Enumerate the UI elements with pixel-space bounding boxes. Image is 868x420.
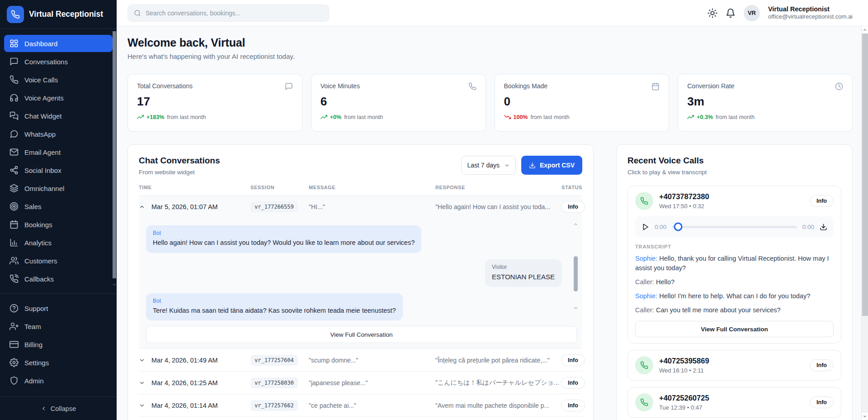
sidebar-item-voice-calls[interactable]: Voice Calls <box>4 71 113 88</box>
info-button[interactable]: Info <box>561 354 585 366</box>
sender-label: Visitor <box>492 264 555 270</box>
bell-icon[interactable] <box>726 8 736 18</box>
chevron-down-icon[interactable] <box>139 380 145 386</box>
sidebar-item-omnichannel[interactable]: Omnichannel <box>4 180 113 197</box>
sidebar-item-settings[interactable]: Settings <box>4 354 113 371</box>
voice-call-card[interactable]: +40725260725 Tue 12:39 • 0:47 Info <box>627 387 841 418</box>
view-full-conversation-button[interactable]: View Full Conversation <box>635 321 834 337</box>
info-button[interactable]: Info <box>810 359 834 371</box>
conversation-scrollbar-thumb[interactable] <box>574 256 578 291</box>
player-seek-knob[interactable] <box>674 223 683 231</box>
sidebar-item-bookings[interactable]: Bookings <box>4 216 113 233</box>
column-message: MESSAGE <box>309 185 435 190</box>
info-button[interactable]: Info <box>561 400 585 411</box>
download-icon[interactable] <box>820 223 827 231</box>
theme-toggle-sun-icon[interactable] <box>708 8 717 18</box>
sidebar-item-chat-widget[interactable]: Chat Widget <box>4 107 113 124</box>
headphones-icon <box>9 93 19 102</box>
avatar[interactable]: VR <box>744 5 760 21</box>
sidebar-item-email-agent[interactable]: Email Agent <box>4 143 113 161</box>
user-email: office@virtualreceptionist.com.ai <box>768 13 853 20</box>
sidebar-item-customers[interactable]: Customers <box>4 252 113 269</box>
sidebar-item-billing[interactable]: Billing <box>4 336 113 353</box>
sidebar-item-label: Analytics <box>24 239 52 247</box>
chevron-up-icon[interactable] <box>573 222 579 227</box>
chevron-left-icon <box>41 406 47 411</box>
sidebar-item-conversations[interactable]: Conversations <box>4 53 113 70</box>
page-scrollbar[interactable] <box>861 26 868 420</box>
sidebar-item-label: Admin <box>24 377 44 385</box>
sidebar-item-dashboard[interactable]: Dashboard <box>4 35 113 52</box>
info-button[interactable]: Info <box>561 377 585 389</box>
sidebar-scrollbar-thumb[interactable] <box>113 31 116 278</box>
row-response: "こんにちは！私はバーチャルレセプショ... <box>435 379 561 387</box>
sidebar-item-admin[interactable]: Admin <box>4 372 113 389</box>
message-text: ESTONIAN PLEASE <box>492 272 555 282</box>
user-plus-icon <box>9 322 19 331</box>
app-logo <box>7 6 24 23</box>
export-csv-button[interactable]: Export CSV <box>521 156 582 175</box>
sidebar-item-sales[interactable]: Sales <box>4 198 113 215</box>
search-input[interactable] <box>146 10 323 17</box>
transcript-label: TRANSCRIPT <box>635 244 834 249</box>
scroll-up-arrow-icon[interactable] <box>862 26 868 33</box>
play-icon[interactable] <box>642 223 649 231</box>
chevron-up-icon[interactable] <box>139 204 145 210</box>
chevron-down-icon[interactable] <box>573 305 579 310</box>
brand-title: Virtual Receptionist <box>29 10 103 19</box>
sidebar-item-voice-agents[interactable]: Voice Agents <box>4 89 113 106</box>
sidebar-item-team[interactable]: Team <box>4 318 113 335</box>
mail-icon <box>9 148 19 157</box>
view-full-conversation-button[interactable]: View Full Conversation <box>146 326 577 343</box>
chevron-down-icon[interactable] <box>139 357 145 363</box>
global-search[interactable] <box>127 5 329 22</box>
stat-trend-value: +0% <box>330 114 341 120</box>
sidebar-scrollbar[interactable] <box>112 29 117 293</box>
chevron-down-icon[interactable] <box>139 402 145 409</box>
phone-icon <box>9 75 19 84</box>
phone-icon <box>635 192 653 210</box>
info-button[interactable]: Info <box>810 195 834 207</box>
info-button[interactable]: Info <box>561 201 585 213</box>
sidebar-item-label: Callbacks <box>24 275 54 283</box>
sidebar-item-whatsapp[interactable]: WhatsApp <box>4 125 113 143</box>
table-row[interactable] <box>139 417 582 420</box>
sidebar-item-support[interactable]: Support <box>4 300 113 317</box>
clock-icon <box>835 82 843 91</box>
page-scrollbar-thumb[interactable] <box>862 33 868 316</box>
table-header: TIME SESSION MESSAGE RESPONSE STATUS <box>139 185 582 196</box>
sidebar-item-analytics[interactable]: Analytics <box>4 234 113 251</box>
collapse-button[interactable]: Collapse <box>0 396 117 420</box>
bar-chart-icon <box>9 238 19 247</box>
topbar-right: VR Virtual Receptionist office@virtualre… <box>708 5 853 21</box>
sender-label: Bot <box>153 298 396 304</box>
conversation-scrollbar[interactable] <box>572 222 579 310</box>
session-badge: vr_177257662 <box>250 400 298 411</box>
stat-trend-value: 100% <box>514 114 528 120</box>
table-row[interactable]: Mar 4, 2026, 01:14 AM vr_177257662 "ce p… <box>139 394 582 417</box>
table-row[interactable]: Mar 5, 2026, 01:07 AM vr_177266559 "HI..… <box>139 196 582 218</box>
sidebar-item-label: Omnichannel <box>24 185 64 192</box>
page-subtitle: Here's what's happening with your AI rec… <box>127 52 853 60</box>
player-seek-track[interactable] <box>672 226 797 228</box>
stat-trend-value: +0.3% <box>697 114 713 120</box>
table-row[interactable]: Mar 4, 2026, 01:49 AM vr_177257604 "scum… <box>139 349 582 372</box>
player-total-time: 0:00 <box>802 224 814 230</box>
sidebar-item-callbacks[interactable]: Callbacks <box>4 270 113 287</box>
stat-label: Conversion Rate <box>687 82 734 90</box>
sidebar-item-label: Sales <box>24 203 42 210</box>
topbar: VR Virtual Receptionist office@virtualre… <box>117 0 868 26</box>
voice-call-card[interactable]: +40725395869 Wed 16:10 • 2:11 Info <box>627 350 841 381</box>
scroll-down-arrow-icon[interactable] <box>862 413 868 420</box>
sidebar-item-label: Social Inbox <box>24 167 61 174</box>
voice-call-card[interactable]: +40737872380 Wed 17:50 • 0:32 Info 0:00 <box>627 186 841 344</box>
sidebar-item-social-inbox[interactable]: Social Inbox <box>4 162 113 179</box>
dashboard-grid-icon <box>9 39 19 48</box>
info-button[interactable]: Info <box>810 396 834 408</box>
date-range-select[interactable]: Last 7 days <box>461 156 516 175</box>
table-row[interactable]: Mar 4, 2026, 01:25 AM vr_177258030 "japa… <box>139 372 582 394</box>
chevron-down-icon[interactable] <box>112 282 117 287</box>
transcript-line: Sophie: Hello, thank you for calling Vir… <box>635 254 834 273</box>
phone-icon <box>635 393 653 411</box>
stat-label: Voice Minutes <box>321 82 360 90</box>
